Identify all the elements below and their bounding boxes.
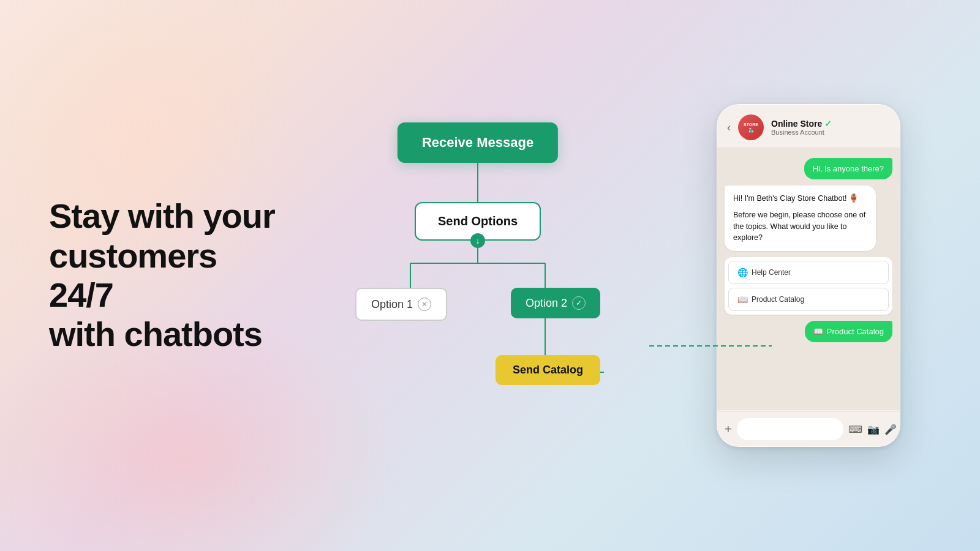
chat-area: Hi, Is anyone there? Hi! I'm Beth's Clay… — [717, 148, 900, 410]
option1-x-icon: ✕ — [418, 298, 431, 311]
headline: Stay with your customers 24/7 with chatb… — [49, 197, 282, 354]
store-avatar: STORE🏪 — [738, 114, 764, 140]
back-arrow-icon[interactable]: ‹ — [727, 121, 731, 134]
microphone-icon[interactable]: 🎤 — [884, 424, 897, 435]
right-section: ‹ STORE🏪 Online Store ✓ Business Account… — [637, 104, 980, 447]
receive-message-node: Receive Message — [398, 122, 558, 163]
send-catalog-node: Send Catalog — [496, 355, 600, 385]
chat-input-actions: ⌨ 📷 🎤 — [848, 424, 897, 435]
help-center-icon: 🌐 — [737, 268, 748, 277]
add-attachment-icon[interactable]: + — [725, 422, 732, 437]
flowchart-section: Receive Message Send Options ↓ Option 1 … — [318, 92, 637, 459]
product-catalog-option[interactable]: 📖 Product Catalog — [728, 288, 889, 311]
store-name: Online Store ✓ — [771, 119, 890, 129]
catalog-emoji: 📖 — [813, 327, 823, 336]
store-type: Business Account — [771, 129, 890, 136]
chat-input-area: + ⌨ 📷 🎤 — [717, 411, 900, 446]
product-catalog-icon: 📖 — [737, 294, 748, 304]
phone-header: ‹ STORE🏪 Online Store ✓ Business Account — [717, 105, 900, 148]
store-info: Online Store ✓ Business Account — [771, 119, 890, 136]
camera-icon[interactable]: 📷 — [867, 424, 880, 435]
chat-input[interactable] — [737, 418, 843, 440]
phone-mockup: ‹ STORE🏪 Online Store ✓ Business Account… — [717, 104, 900, 447]
arrow-down-icon: ↓ — [470, 233, 485, 248]
option1-node: Option 1 ✕ — [355, 288, 447, 321]
sent-message: Hi, Is anyone there? — [804, 158, 892, 179]
catalog-response-message: 📖 Product Catalog — [805, 321, 892, 342]
option2-check-icon: ✓ — [572, 296, 586, 310]
send-options-node: Send Options ↓ — [415, 202, 541, 241]
verified-icon: ✓ — [824, 119, 832, 129]
flowchart: Receive Message Send Options ↓ Option 1 … — [349, 122, 606, 429]
chat-options-container: 🌐 Help Center 📖 Product Catalog — [725, 257, 892, 315]
left-section: Stay with your customers 24/7 with chatb… — [0, 160, 318, 391]
received-message: Hi! I'm Beth's Clay Store Chatbot! 🏺 Bef… — [725, 186, 876, 251]
help-center-option[interactable]: 🌐 Help Center — [728, 261, 889, 284]
main-content: Stay with your customers 24/7 with chatb… — [0, 0, 980, 551]
option2-node: Option 2 ✓ — [511, 288, 600, 318]
keyboard-icon[interactable]: ⌨ — [848, 424, 862, 435]
